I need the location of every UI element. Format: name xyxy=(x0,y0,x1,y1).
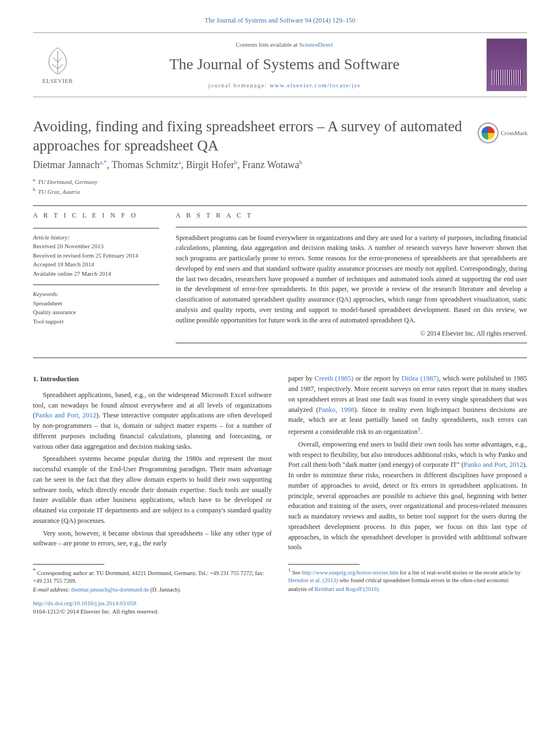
affiliation-a: a TU Dortmund, Germany xyxy=(33,176,527,186)
page-container: The Journal of Systems and Software 94 (… xyxy=(0,0,560,638)
article-history: Article history: Received 20 November 20… xyxy=(33,233,159,278)
corresponding-author: * Corresponding author at: TU Dortmund, … xyxy=(33,567,272,585)
journal-header: ELSEVIER Contents lists available at Sci… xyxy=(33,32,527,97)
rule xyxy=(33,228,159,228)
cover-strip xyxy=(491,70,522,85)
article-info: a r t i c l e i n f o Article history: R… xyxy=(33,210,159,348)
homepage-link[interactable]: www.elsevier.com/locate/jss xyxy=(270,82,361,88)
journal-cover-thumb xyxy=(486,38,527,91)
history-item: Received 20 November 2013 xyxy=(33,242,159,251)
elsevier-label: ELSEVIER xyxy=(42,77,73,84)
author-3: Birgit Hoferb xyxy=(186,159,238,170)
section-heading-1: 1. Introduction xyxy=(33,373,272,384)
citation-link[interactable]: Herndon et al. (2013) xyxy=(288,577,338,583)
email-link[interactable]: dietmar.jannach@tu-dortmund.de xyxy=(71,587,149,593)
footnote-link[interactable]: http://www.eusprig.org/horror-stories.ht… xyxy=(302,569,399,575)
keywords-head: Keywords: xyxy=(33,289,159,299)
footnote-right: 1 See http://www.eusprig.org/horror-stor… xyxy=(288,564,527,616)
contents-prefix: Contents lists available at xyxy=(236,41,299,48)
paper-title: Avoiding, finding and fixing spreadsheet… xyxy=(33,117,478,155)
footnote-1: 1 See http://www.eusprig.org/horror-stor… xyxy=(288,567,527,593)
affiliations: a TU Dortmund, Germany b TU Graz, Austri… xyxy=(33,176,527,196)
doi-link[interactable]: http://dx.doi.org/10.1016/j.jss.2014.03.… xyxy=(33,600,136,606)
crossmark-badge[interactable]: CrossMark xyxy=(478,119,527,147)
citation-link[interactable]: Reinhart and Rogoff (2010) xyxy=(315,586,379,592)
rule xyxy=(33,358,527,358)
history-head: Article history: xyxy=(33,233,159,242)
homepage-line: journal homepage: www.elsevier.com/locat… xyxy=(89,82,480,88)
citation-link[interactable]: Panko, 1998 xyxy=(318,406,355,414)
history-item: Received in revised form 25 February 201… xyxy=(33,251,159,260)
rule xyxy=(33,205,527,206)
citation-link[interactable]: Ditlea (1987) xyxy=(401,375,439,382)
abstract-copyright: © 2014 Elsevier Inc. All rights reserved… xyxy=(176,328,527,338)
crossmark-icon xyxy=(478,122,499,143)
footnote-rule xyxy=(33,564,104,565)
keyword: Quality assurance xyxy=(33,308,159,317)
crossmark-label: CrossMark xyxy=(501,130,528,136)
citation-link[interactable]: Creeth (1985) xyxy=(315,375,354,382)
issn-line: 0164-1212/© 2014 Elsevier Inc. All right… xyxy=(33,608,159,615)
abstract: a b s t r a c t Spreadsheet programs can… xyxy=(176,210,527,348)
elsevier-tree-icon xyxy=(41,46,74,76)
keywords-block: Keywords: Spreadsheet Quality assurance … xyxy=(33,289,159,326)
rule xyxy=(33,284,159,285)
footnote-rule xyxy=(288,564,360,565)
abstract-label: a b s t r a c t xyxy=(176,210,527,220)
author-2: Thomas Schmitza xyxy=(111,159,181,170)
journal-reference-link[interactable]: The Journal of Systems and Software 94 (… xyxy=(205,16,356,24)
main-body: 1. Introduction Spreadsheet applications… xyxy=(33,373,527,553)
keyword: Tool support xyxy=(33,317,159,326)
affiliation-b: b TU Graz, Austria xyxy=(33,186,527,196)
author-4: Franz Wotawab xyxy=(242,159,302,170)
rule xyxy=(176,227,527,227)
paragraph: paper by Creeth (1985) or the report by … xyxy=(288,373,527,437)
article-info-label: a r t i c l e i n f o xyxy=(33,210,159,220)
keyword: Spreadsheet xyxy=(33,299,159,308)
rule xyxy=(176,343,527,343)
citation-link[interactable]: Panko and Port, 2012 xyxy=(35,411,96,419)
author-1: Dietmar Jannacha,* xyxy=(33,159,107,170)
history-item: Available online 27 March 2014 xyxy=(33,269,159,278)
email-line: E-mail address: dietmar.jannach@tu-dortm… xyxy=(33,585,272,594)
paragraph: Spreadsheet systems became popular durin… xyxy=(33,454,272,526)
title-row: Avoiding, finding and fixing spreadsheet… xyxy=(33,117,527,155)
doi-block: http://dx.doi.org/10.1016/j.jss.2014.03.… xyxy=(33,599,272,616)
elsevier-logo: ELSEVIER xyxy=(33,40,82,90)
info-abstract-row: a r t i c l e i n f o Article history: R… xyxy=(33,210,527,348)
abstract-text: Spreadsheet programs can be found everyw… xyxy=(176,233,527,326)
history-item: Accepted 18 March 2014 xyxy=(33,260,159,269)
paragraph: Overall, empowering end users to build t… xyxy=(288,439,527,553)
paragraph: Spreadsheet applications, based, e.g., o… xyxy=(33,390,272,452)
homepage-prefix: journal homepage: xyxy=(208,82,270,88)
sciencedirect-link[interactable]: ScienceDirect xyxy=(299,41,333,48)
authors-line: Dietmar Jannacha,*, Thomas Schmitza, Bir… xyxy=(33,159,527,171)
contents-available-line: Contents lists available at ScienceDirec… xyxy=(89,41,480,48)
paragraph: Very soon, however, it became obvious th… xyxy=(33,528,272,549)
footnotes: * Corresponding author at: TU Dortmund, … xyxy=(33,564,527,616)
header-center: Contents lists available at ScienceDirec… xyxy=(82,41,486,88)
footnote-left: * Corresponding author at: TU Dortmund, … xyxy=(33,564,272,616)
email-label: E-mail address: xyxy=(33,587,71,593)
journal-name: The Journal of Systems and Software xyxy=(89,55,480,73)
journal-reference: The Journal of Systems and Software 94 (… xyxy=(33,16,527,25)
citation-link[interactable]: Panko and Port, 2012 xyxy=(464,461,523,468)
